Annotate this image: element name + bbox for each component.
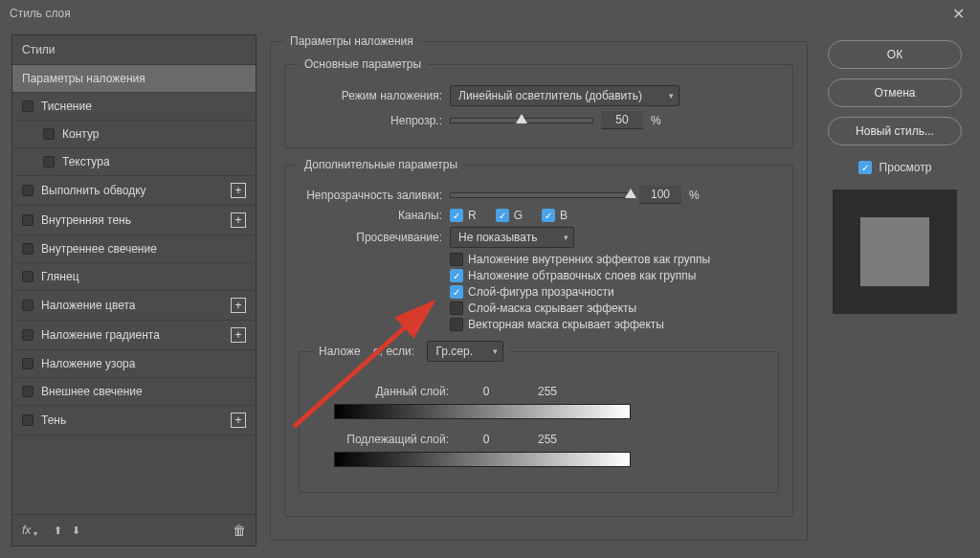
channels-label: Каналы: (299, 209, 442, 222)
sidebar-checkbox[interactable] (22, 243, 33, 255)
sidebar-item-10[interactable]: Наложение узора (12, 350, 256, 378)
sidebar-item-4[interactable]: Выполнить обводку+ (12, 176, 256, 206)
cancel-button[interactable]: Отмена (828, 78, 962, 107)
window-title: Стиль слоя (10, 7, 71, 20)
sidebar-checkbox[interactable] (43, 156, 55, 167)
blendif-channel-select[interactable]: Гр.сер. ▾ (427, 341, 503, 362)
sidebar-item-label: Контур (62, 127, 99, 141)
opacity-input[interactable]: 50 (601, 111, 643, 129)
main-title: Параметры наложения (284, 34, 419, 48)
close-icon[interactable]: ✕ (947, 3, 970, 25)
ok-button[interactable]: ОК (828, 40, 962, 69)
channel-r-checkbox[interactable]: ✓R (450, 209, 477, 222)
fill-opacity-label: Непрозрачность заливки: (299, 189, 442, 202)
sidebar-item-label: Наложение градиента (41, 328, 160, 342)
sidebar-item-11[interactable]: Внешнее свечение (12, 378, 256, 406)
fx-icon[interactable]: fx (22, 524, 31, 537)
title-bar: Стиль слоя ✕ (0, 0, 980, 27)
sidebar-item-9[interactable]: Наложение градиента+ (12, 321, 256, 350)
new-style-button[interactable]: Новый стиль... (828, 117, 962, 145)
checkbox-icon: ✓ (450, 285, 463, 299)
basic-params-title: Основные параметры (299, 57, 427, 71)
advanced-params-title: Дополнительные параметры (299, 158, 463, 171)
blendif-title: Наложение, если: Гр.сер. ▾ (313, 341, 509, 362)
right-column: ОК Отмена Новый стиль... ✓ Просмотр (821, 34, 969, 547)
trash-icon[interactable]: 🗑 (233, 523, 246, 538)
sidebar-item-2[interactable]: Контур (12, 121, 256, 148)
sidebar-checkbox[interactable] (22, 329, 33, 341)
add-effect-icon[interactable]: + (231, 298, 246, 313)
this-high-value: 255 (523, 385, 571, 398)
advanced-option-4[interactable]: Векторная маска скрывает эффекты (450, 318, 664, 331)
fill-opacity-input[interactable]: 100 (639, 186, 681, 204)
sidebar-item-8[interactable]: Наложение цвета+ (12, 291, 256, 321)
sidebar-item-label: Глянец (41, 270, 79, 283)
sidebar-item-7[interactable]: Глянец (12, 263, 256, 291)
fx-dropdown-icon[interactable]: ▾ (33, 529, 37, 538)
chevron-down-icon: ▾ (669, 91, 674, 100)
sidebar-header: Стили (12, 35, 256, 65)
channel-g-checkbox[interactable]: ✓G (496, 209, 523, 222)
knockout-label: Просвечивание: (299, 231, 442, 244)
sidebar-checkbox[interactable] (22, 358, 33, 369)
add-effect-icon[interactable]: + (231, 327, 246, 343)
blend-mode-select[interactable]: Линейный осветлитель (добавить) ▾ (450, 85, 679, 106)
under-layer-label: Подлежащий слой: (334, 433, 449, 446)
advanced-option-3[interactable]: Слой-маска скрывает эффекты (450, 301, 636, 315)
checkbox-icon (450, 301, 463, 315)
option-label: Векторная маска скрывает эффекты (468, 318, 664, 331)
add-effect-icon[interactable]: + (231, 183, 246, 198)
opacity-slider[interactable] (450, 118, 593, 123)
preview-checkbox[interactable]: ✓ (858, 161, 872, 174)
sidebar-item-label: Внутренняя тень (41, 213, 131, 227)
under-low-value: 0 (462, 433, 510, 446)
sidebar-item-label: Выполнить обводку (41, 184, 146, 197)
checkbox-icon (450, 318, 463, 331)
add-effect-icon[interactable]: + (231, 413, 246, 428)
advanced-option-1[interactable]: ✓Наложение обтравочных слоев как группы (450, 269, 696, 282)
sidebar-checkbox[interactable] (22, 185, 33, 196)
option-label: Наложение внутренних эффектов как группы (468, 253, 710, 266)
main-panel: Параметры наложения Основные параметры Р… (270, 34, 808, 547)
this-low-value: 0 (462, 385, 510, 398)
sidebar-item-0[interactable]: Параметры наложения (12, 65, 256, 93)
add-effect-icon[interactable]: + (231, 212, 246, 228)
sidebar-item-label: Внешнее свечение (41, 385, 143, 398)
sidebar-item-1[interactable]: Тиснение (12, 93, 256, 121)
advanced-option-2[interactable]: ✓Слой-фигура прозрачности (450, 285, 614, 299)
fill-opacity-slider[interactable] (450, 192, 632, 198)
sidebar-checkbox[interactable] (22, 300, 33, 311)
sidebar-checkbox[interactable] (22, 414, 33, 426)
advanced-option-0[interactable]: Наложение внутренних эффектов как группы (450, 253, 710, 266)
fill-opacity-unit: % (689, 189, 700, 202)
sidebar-checkbox[interactable] (22, 100, 33, 112)
sidebar-item-label: Текстура (62, 155, 110, 168)
this-layer-label: Данный слой: (334, 385, 449, 398)
under-layer-strip[interactable] (334, 452, 765, 467)
sidebar-item-6[interactable]: Внутреннее свечение (12, 235, 256, 263)
sidebar-item-label: Тиснение (41, 100, 92, 113)
channel-b-checkbox[interactable]: ✓B (542, 209, 568, 222)
chevron-down-icon: ▾ (564, 233, 568, 242)
opacity-unit: % (651, 114, 661, 127)
knockout-select[interactable]: Не показывать ▾ (450, 227, 574, 248)
sidebar-item-label: Наложение узора (41, 357, 135, 370)
sidebar-checkbox[interactable] (22, 271, 33, 282)
option-label: Слой-фигура прозрачности (468, 285, 614, 299)
sidebar-checkbox[interactable] (43, 128, 55, 140)
chevron-down-icon: ▾ (493, 346, 498, 356)
sidebar-item-5[interactable]: Внутренняя тень+ (12, 206, 256, 235)
checkbox-icon (450, 253, 463, 266)
option-label: Слой-маска скрывает эффекты (468, 301, 636, 315)
move-up-icon[interactable]: ⬆ (54, 525, 62, 537)
sidebar-checkbox[interactable] (22, 214, 33, 226)
sidebar-item-3[interactable]: Текстура (12, 148, 256, 176)
sidebar-item-12[interactable]: Тень+ (12, 406, 256, 435)
move-down-icon[interactable]: ⬇ (72, 525, 80, 537)
checkbox-icon: ✓ (450, 269, 463, 282)
sidebar-item-label: Наложение цвета (41, 299, 135, 312)
sidebar-checkbox[interactable] (22, 386, 33, 397)
sidebar-footer: fx ▾ ⬆ ⬇ 🗑 (12, 514, 256, 546)
this-layer-strip[interactable] (334, 404, 765, 419)
opacity-label: Непрозр.: (299, 114, 442, 127)
